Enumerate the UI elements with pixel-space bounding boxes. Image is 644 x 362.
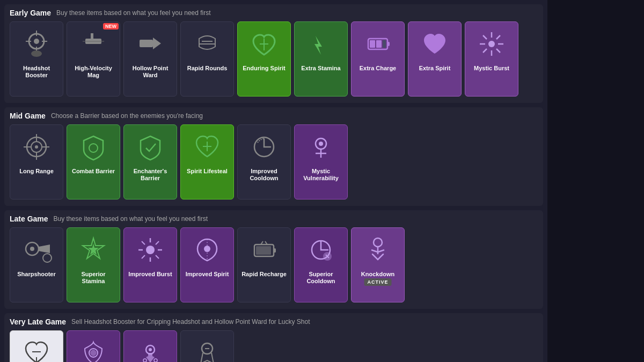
mid-game-header: Mid Game Choose a Barrier based on the e… [10,112,538,120]
item-sharpshooter[interactable]: Sharpshooter [10,227,63,302]
extra-stamina-name: Extra Stamina [301,65,340,72]
high-velocity-mag-icon [75,25,112,63]
svg-line-56 [156,241,159,245]
item-extra-spirit[interactable]: Extra Spirit [408,21,462,97]
improved-spirit-name: Improved Spirit [186,271,229,278]
enchanters-barrier-icon [131,128,169,166]
early-game-header: Early Game Buy these items based on what… [10,9,538,17]
improved-burst-name: Improved Burst [128,271,172,278]
late-game-header: Late Game Buy these items based on what … [10,215,538,223]
svg-point-29 [488,41,495,47]
svg-line-54 [142,241,145,245]
superior-cooldown-name: Superior Cooldown [297,271,345,285]
mid-game-items: Long Range Combat Barrier Enchanter's Ba… [10,124,538,200]
item-extra-charge[interactable]: Extra Charge [351,21,405,97]
item-high-velocity-mag[interactable]: NEW High-Velocity Mag [67,21,120,97]
combat-barrier-name: Combat Barrier [72,168,115,175]
rapid-recharge-name: Rapid Recharge [241,271,287,278]
svg-line-55 [156,255,159,258]
extra-charge-name: Extra Charge [360,65,396,72]
item-knockdown[interactable]: ACTIVE Knockdown [351,227,405,302]
early-game-section: Early Game Buy these items based on what… [4,4,543,103]
sharpshooter-name: Sharpshooter [17,271,56,278]
active-badge: ACTIVE [364,278,391,286]
superior-stamina-icon [75,231,112,269]
svg-marker-47 [39,245,50,253]
item-long-range[interactable]: Long Range [10,124,63,200]
svg-point-1 [34,39,39,44]
crippling-headshot-icon [188,334,226,362]
high-velocity-mag-name: High-Velocity Mag [69,65,118,79]
spirit-lifesteal-icon [188,128,226,166]
item-mystic-vulnerability[interactable]: Mystic Vulnerability [294,124,348,200]
late-game-items: Sharpshooter Superior Stamina [10,227,538,302]
hollow-point-ward-name: Hollow Point Ward [126,65,174,79]
svg-rect-20 [383,40,386,48]
item-enchanters-barrier[interactable]: Enchanter's Barrier [123,124,177,200]
svg-line-27 [496,35,500,39]
very-late-game-title: Very Late Game [10,317,66,326]
superior-stamina-name: Superior Stamina [69,271,118,285]
right-panel [547,0,644,362]
late-game-subtitle: Buy these items based on what you feel y… [54,215,208,223]
item-rapid-recharge[interactable]: Rapid Recharge [237,227,291,302]
mid-game-section: Mid Game Choose a Barrier based on the e… [4,107,543,206]
lucky-shot-icon [18,334,55,362]
hollow-point-ward-icon [131,25,169,63]
enduring-spirit-icon [245,25,283,63]
item-boundless-spirit[interactable]: Boundless Spirit [67,330,120,362]
svg-line-25 [483,35,487,39]
boundless-spirit-icon [75,334,112,362]
item-rapid-rounds[interactable]: Rapid Rounds [180,21,234,97]
svg-line-57 [142,255,145,258]
svg-rect-19 [376,40,382,48]
item-hollow-point-ward[interactable]: Hollow Point Ward [123,21,177,97]
enduring-spirit-name: Enduring Spirit [243,65,285,72]
item-superior-stamina[interactable]: Superior Stamina [67,227,120,302]
svg-line-26 [496,49,500,53]
svg-point-49 [146,246,155,254]
rapid-recharge-icon [245,231,283,269]
item-enduring-spirit[interactable]: Enduring Spirit [237,21,291,97]
svg-marker-11 [153,38,161,49]
mid-game-title: Mid Game [10,112,46,120]
item-crippling-headshot[interactable]: Crippling Headshot [180,330,234,362]
svg-rect-61 [256,246,271,255]
early-game-title: Early Game [10,9,51,17]
main-panel: Early Game Buy these items based on what… [0,0,547,362]
svg-rect-17 [387,42,390,46]
item-improved-spirit[interactable]: Improved Spirit [180,227,234,302]
mystic-burst-name: Mystic Burst [474,65,509,72]
very-late-game-section: Very Late Game Sell Headshot Booster for… [4,313,543,362]
item-mystic-burst[interactable]: Mystic Burst [465,21,518,97]
item-headshot-booster[interactable]: Headshot Booster [10,21,63,97]
mystic-burst-icon [473,25,510,63]
improved-spirit-icon [188,231,226,269]
extra-stamina-icon [302,25,340,63]
combat-barrier-icon [75,128,112,166]
item-improved-cooldown[interactable]: Improved Cooldown [237,124,291,200]
item-escalating-exposure[interactable]: Escalating Exposure [123,330,177,362]
svg-rect-18 [370,40,375,48]
item-extra-stamina[interactable]: Extra Stamina [294,21,348,97]
svg-point-76 [143,359,147,362]
item-improved-burst[interactable]: Improved Burst [123,227,177,302]
improved-burst-icon [131,231,169,269]
svg-point-46 [30,247,34,251]
long-range-name: Long Range [19,168,54,175]
item-superior-cooldown[interactable]: Superior Cooldown [294,227,348,302]
item-combat-barrier[interactable]: Combat Barrier [67,124,120,200]
improved-cooldown-name: Improved Cooldown [240,168,288,182]
very-late-game-subtitle: Sell Headshot Booster for Cripping Heads… [71,318,310,326]
headshot-booster-icon [18,25,55,63]
item-spirit-lifesteal[interactable]: Spirit Lifesteal [180,124,234,200]
knockdown-name: Knockdown [361,271,394,278]
sharpshooter-icon [18,231,55,269]
item-lucky-shot[interactable]: Lucky Shot [10,330,63,362]
rapid-rounds-name: Rapid Rounds [187,65,228,72]
svg-point-37 [89,144,98,152]
mystic-vulnerability-icon [302,128,340,166]
svg-point-32 [35,145,38,149]
long-range-icon [18,128,55,166]
svg-line-28 [483,49,487,53]
